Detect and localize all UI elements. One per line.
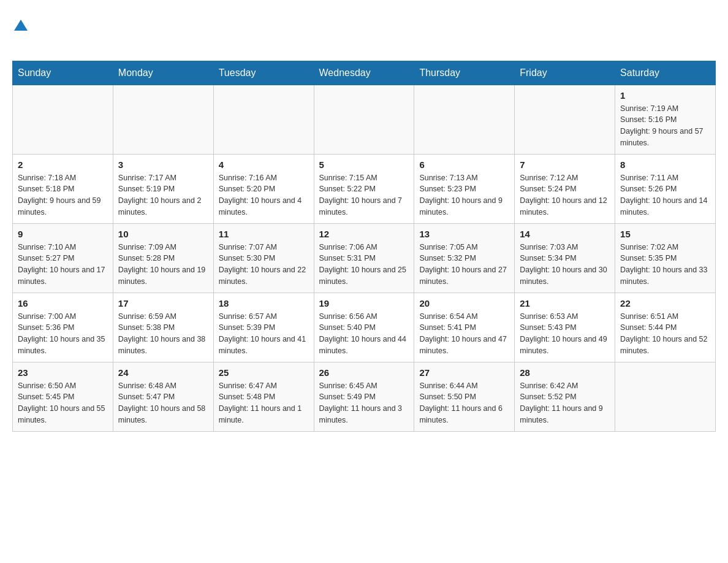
day-info: Sunrise: 7:07 AMSunset: 5:30 PMDaylight:… [219,242,309,288]
day-cell-0-4 [414,85,515,154]
day-info: Sunrise: 7:13 AMSunset: 5:23 PMDaylight:… [419,172,509,218]
day-cell-4-3: 26Sunrise: 6:45 AMSunset: 5:49 PMDayligh… [314,362,414,431]
day-number: 4 [219,159,309,170]
day-number: 27 [419,367,509,378]
day-info: Sunrise: 6:57 AMSunset: 5:39 PMDaylight:… [219,311,309,357]
header-monday: Monday [113,61,213,85]
day-info: Sunrise: 7:09 AMSunset: 5:28 PMDaylight:… [118,242,208,288]
day-number: 20 [419,298,509,308]
day-info: Sunrise: 7:06 AMSunset: 5:31 PMDaylight:… [319,242,409,288]
day-info: Sunrise: 6:47 AMSunset: 5:48 PMDaylight:… [219,380,309,426]
day-cell-1-2: 4Sunrise: 7:16 AMSunset: 5:20 PMDaylight… [213,154,314,223]
day-cell-2-0: 9Sunrise: 7:10 AMSunset: 5:27 PMDaylight… [13,223,113,293]
day-cell-3-4: 20Sunrise: 6:54 AMSunset: 5:41 PMDayligh… [414,293,515,362]
day-number: 15 [620,229,710,239]
day-info: Sunrise: 7:19 AMSunset: 5:16 PMDaylight:… [620,103,710,149]
day-number: 24 [118,367,208,378]
day-cell-0-0 [13,85,113,154]
day-cell-0-5 [515,85,615,154]
day-cell-2-1: 10Sunrise: 7:09 AMSunset: 5:28 PMDayligh… [113,223,213,293]
day-cell-1-1: 3Sunrise: 7:17 AMSunset: 5:19 PMDaylight… [113,154,213,223]
day-cell-4-0: 23Sunrise: 6:50 AMSunset: 5:45 PMDayligh… [13,362,113,431]
day-number: 8 [620,159,710,170]
day-cell-0-6: 1Sunrise: 7:19 AMSunset: 5:16 PMDaylight… [615,85,716,154]
day-cell-3-6: 22Sunrise: 6:51 AMSunset: 5:44 PMDayligh… [615,293,716,362]
day-number: 16 [18,298,108,308]
day-info: Sunrise: 7:03 AMSunset: 5:34 PMDaylight:… [520,242,610,288]
day-info: Sunrise: 7:18 AMSunset: 5:18 PMDaylight:… [18,172,108,218]
day-number: 1 [620,90,710,101]
day-cell-2-3: 12Sunrise: 7:06 AMSunset: 5:31 PMDayligh… [314,223,414,293]
day-cell-0-2 [213,85,314,154]
day-number: 6 [419,159,509,170]
header-wednesday: Wednesday [314,61,414,85]
header-tuesday: Tuesday [213,61,314,85]
day-cell-3-3: 19Sunrise: 6:56 AMSunset: 5:40 PMDayligh… [314,293,414,362]
day-cell-2-4: 13Sunrise: 7:05 AMSunset: 5:32 PMDayligh… [414,223,515,293]
day-cell-3-0: 16Sunrise: 7:00 AMSunset: 5:36 PMDayligh… [13,293,113,362]
day-number: 2 [18,159,108,170]
day-info: Sunrise: 6:51 AMSunset: 5:44 PMDaylight:… [620,311,710,357]
svg-marker-0 [14,20,28,31]
day-cell-2-5: 14Sunrise: 7:03 AMSunset: 5:34 PMDayligh… [515,223,615,293]
day-cell-4-4: 27Sunrise: 6:44 AMSunset: 5:50 PMDayligh… [414,362,515,431]
day-number: 10 [118,229,208,239]
day-number: 28 [520,367,610,378]
day-number: 11 [219,229,309,239]
week-row-2: 9Sunrise: 7:10 AMSunset: 5:27 PMDaylight… [13,223,716,293]
day-number: 23 [18,367,108,378]
day-info: Sunrise: 6:53 AMSunset: 5:43 PMDaylight:… [520,311,610,357]
header-sunday: Sunday [13,61,113,85]
week-row-4: 23Sunrise: 6:50 AMSunset: 5:45 PMDayligh… [13,362,716,431]
day-info: Sunrise: 7:00 AMSunset: 5:36 PMDaylight:… [18,311,108,357]
day-number: 18 [219,298,309,308]
day-info: Sunrise: 7:11 AMSunset: 5:26 PMDaylight:… [620,172,710,218]
week-row-3: 16Sunrise: 7:00 AMSunset: 5:36 PMDayligh… [13,293,716,362]
day-info: Sunrise: 6:54 AMSunset: 5:41 PMDaylight:… [419,311,509,357]
day-number: 22 [620,298,710,308]
day-number: 12 [319,229,409,239]
day-cell-1-5: 7Sunrise: 7:12 AMSunset: 5:24 PMDaylight… [515,154,615,223]
day-cell-2-2: 11Sunrise: 7:07 AMSunset: 5:30 PMDayligh… [213,223,314,293]
day-number: 17 [118,298,208,308]
day-info: Sunrise: 7:17 AMSunset: 5:19 PMDaylight:… [118,172,208,218]
header-friday: Friday [515,61,615,85]
day-info: Sunrise: 7:05 AMSunset: 5:32 PMDaylight:… [419,242,509,288]
day-number: 5 [319,159,409,170]
day-number: 26 [319,367,409,378]
day-cell-4-6 [615,362,716,431]
day-cell-1-0: 2Sunrise: 7:18 AMSunset: 5:18 PMDaylight… [13,154,113,223]
page-header [12,12,716,55]
day-info: Sunrise: 6:50 AMSunset: 5:45 PMDaylight:… [18,380,108,426]
day-cell-3-2: 18Sunrise: 6:57 AMSunset: 5:39 PMDayligh… [213,293,314,362]
day-info: Sunrise: 6:45 AMSunset: 5:49 PMDaylight:… [319,380,409,426]
week-row-1: 2Sunrise: 7:18 AMSunset: 5:18 PMDaylight… [13,154,716,223]
day-info: Sunrise: 6:48 AMSunset: 5:47 PMDaylight:… [118,380,208,426]
day-cell-1-6: 8Sunrise: 7:11 AMSunset: 5:26 PMDaylight… [615,154,716,223]
calendar-header-row: SundayMondayTuesdayWednesdayThursdayFrid… [13,61,716,85]
day-cell-3-1: 17Sunrise: 6:59 AMSunset: 5:38 PMDayligh… [113,293,213,362]
day-cell-0-1 [113,85,213,154]
header-saturday: Saturday [615,61,716,85]
day-number: 19 [319,298,409,308]
day-info: Sunrise: 7:12 AMSunset: 5:24 PMDaylight:… [520,172,610,218]
day-number: 21 [520,298,610,308]
day-info: Sunrise: 7:16 AMSunset: 5:20 PMDaylight:… [219,172,309,218]
day-number: 7 [520,159,610,170]
day-cell-1-3: 5Sunrise: 7:15 AMSunset: 5:22 PMDaylight… [314,154,414,223]
day-info: Sunrise: 7:02 AMSunset: 5:35 PMDaylight:… [620,242,710,288]
week-row-0: 1Sunrise: 7:19 AMSunset: 5:16 PMDaylight… [13,85,716,154]
day-cell-3-5: 21Sunrise: 6:53 AMSunset: 5:43 PMDayligh… [515,293,615,362]
day-number: 3 [118,159,208,170]
day-cell-4-5: 28Sunrise: 6:42 AMSunset: 5:52 PMDayligh… [515,362,615,431]
day-cell-0-3 [314,85,414,154]
day-number: 9 [18,229,108,239]
day-info: Sunrise: 6:42 AMSunset: 5:52 PMDaylight:… [520,380,610,426]
day-cell-4-1: 24Sunrise: 6:48 AMSunset: 5:47 PMDayligh… [113,362,213,431]
day-number: 13 [419,229,509,239]
day-info: Sunrise: 6:59 AMSunset: 5:38 PMDaylight:… [118,311,208,357]
logo-blue-row [12,34,32,55]
day-info: Sunrise: 6:56 AMSunset: 5:40 PMDaylight:… [319,311,409,357]
logo-general-row [12,12,32,34]
logo [12,12,32,55]
